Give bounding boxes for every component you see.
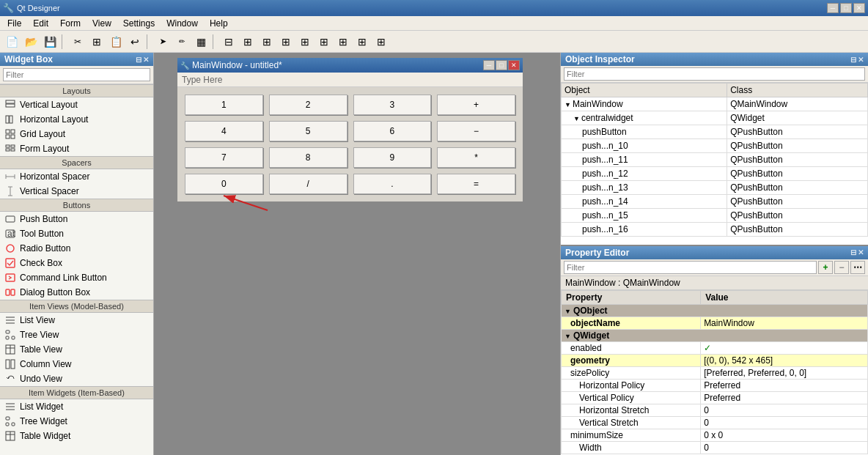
calc-button-[interactable]: = (437, 174, 515, 194)
menu-form[interactable]: Form (54, 17, 87, 30)
form-button5[interactable]: ⊞ (296, 33, 314, 51)
menu-help[interactable]: Help (204, 17, 234, 30)
widget-radio-button[interactable]: Radio Button (0, 241, 153, 256)
prop-remove-button[interactable]: − (834, 261, 849, 274)
open-button[interactable]: 📂 (22, 33, 40, 51)
form-button4[interactable]: ⊞ (277, 33, 295, 51)
widget-horizontal-layout[interactable]: Horizontal Layout (0, 112, 153, 127)
object-inspector-close[interactable]: ✕ (858, 56, 864, 64)
prop-value-cell[interactable]: [(0, 0), 542 x 465] (701, 354, 868, 366)
calc-button-5[interactable]: 5 (269, 121, 347, 141)
prop-row-objectname[interactable]: objectName MainWindow (562, 317, 868, 329)
calc-button-7[interactable]: 7 (185, 147, 263, 168)
inner-menu-placeholder[interactable]: Type Here (177, 73, 523, 87)
form-button2[interactable]: ⊞ (239, 33, 257, 51)
object-filter-input[interactable] (564, 67, 865, 81)
form-button9[interactable]: ⊞ (372, 33, 390, 51)
widget-list-view[interactable]: List View (0, 313, 153, 328)
prop-value-cell[interactable]: Preferred (701, 391, 868, 404)
prop-more-button[interactable]: ⋯ (850, 261, 865, 274)
prop-value-cell[interactable]: 0 (701, 404, 868, 416)
maximize-button[interactable]: □ (840, 3, 852, 13)
property-editor-close[interactable]: ✕ (858, 248, 864, 256)
widget-box-float[interactable]: ⊟ (136, 56, 141, 64)
menu-settings[interactable]: Settings (117, 17, 161, 30)
table-row[interactable]: pushButton QPushButton (562, 125, 868, 139)
canvas-area[interactable]: 🔧 MainWindow - untitled* ─ □ ✕ Type Here… (154, 53, 560, 455)
layout-button[interactable]: ▦ (192, 33, 210, 51)
form-button8[interactable]: ⊞ (353, 33, 371, 51)
select-button[interactable]: ➤ (154, 33, 172, 51)
table-row[interactable]: push...n_11 QPushButton (562, 153, 868, 167)
inner-close-button[interactable]: ✕ (508, 60, 520, 70)
calc-button-4[interactable]: 4 (185, 121, 263, 141)
prop-row-hpolicy[interactable]: Horizontal Policy Preferred (562, 379, 868, 391)
copy-button[interactable]: ⊞ (88, 33, 106, 51)
undo-button[interactable]: ↩ (126, 33, 144, 51)
widget-list-widget[interactable]: List Widget (0, 399, 153, 414)
calc-button-3[interactable]: 3 (353, 95, 432, 115)
save-button[interactable]: 💾 (41, 33, 59, 51)
widget-form-layout[interactable]: Form Layout (0, 141, 153, 156)
close-button[interactable]: ✕ (853, 3, 865, 13)
widget-tree-widget[interactable]: Tree Widget (0, 414, 153, 429)
widget-vertical-layout[interactable]: Vertical Layout (0, 97, 153, 112)
calc-button-[interactable]: / (269, 174, 347, 194)
new-button[interactable]: 📄 (3, 33, 21, 51)
calc-button-0[interactable]: 0 (185, 174, 263, 194)
widget-tool-button[interactable]: ab Tool Button (0, 226, 153, 241)
calc-button-2[interactable]: 2 (269, 95, 347, 115)
prop-value-cell[interactable]: ✓ (701, 341, 868, 354)
calc-button-8[interactable]: 8 (269, 147, 347, 168)
table-row[interactable]: ▼MainWindow QMainWindow (562, 97, 868, 111)
prop-row-width[interactable]: Width 0 (562, 441, 868, 454)
widget-dialog-button-box[interactable]: Dialog Button Box (0, 285, 153, 300)
table-row[interactable]: push...n_10 QPushButton (562, 139, 868, 153)
widget-box-close[interactable]: ✕ (143, 56, 149, 64)
prop-row-vstretch[interactable]: Vertical Stretch 0 (562, 416, 868, 429)
widget-command-link[interactable]: Command Link Button (0, 270, 153, 285)
form-button7[interactable]: ⊞ (334, 33, 352, 51)
prop-add-button[interactable]: + (818, 261, 833, 274)
prop-row-minsize[interactable]: minimumSize 0 x 0 (562, 429, 868, 441)
widget-check-box[interactable]: Check Box (0, 256, 153, 270)
edit-button[interactable]: ✏ (173, 33, 191, 51)
form-button1[interactable]: ⊟ (220, 33, 238, 51)
widget-horizontal-spacer[interactable]: Horizontal Spacer (0, 169, 153, 184)
table-row[interactable]: push...n_14 QPushButton (562, 195, 868, 209)
widget-grid-layout[interactable]: Grid Layout (0, 127, 153, 141)
widget-table-view[interactable]: Table View (0, 342, 153, 357)
widget-undo-view[interactable]: Undo View (0, 371, 153, 386)
table-row[interactable]: push...n_13 QPushButton (562, 181, 868, 195)
object-inspector-float[interactable]: ⊟ (850, 56, 856, 64)
calc-button-[interactable]: * (437, 147, 515, 168)
prop-row-vpolicy[interactable]: Vertical Policy Preferred (562, 391, 868, 404)
prop-value-cell[interactable]: 0 (701, 441, 868, 454)
prop-section-qobject[interactable]: ▼QObject (562, 304, 868, 317)
table-row[interactable]: push...n_15 QPushButton (562, 209, 868, 223)
widget-tree-view[interactable]: Tree View (0, 328, 153, 342)
table-row[interactable]: push...n_16 QPushButton (562, 223, 868, 237)
paste-button[interactable]: 📋 (107, 33, 125, 51)
prop-value-cell[interactable]: [Preferred, Preferred, 0, 0] (701, 366, 868, 379)
prop-value-cell[interactable]: MainWindow (701, 317, 868, 329)
menu-file[interactable]: File (1, 17, 27, 30)
calc-button-[interactable]: − (437, 121, 515, 141)
widget-push-button[interactable]: Push Button (0, 212, 153, 226)
menu-view[interactable]: View (87, 17, 117, 30)
table-row[interactable]: push...n_12 QPushButton (562, 167, 868, 181)
calc-button-6[interactable]: 6 (353, 121, 432, 141)
prop-value-cell[interactable]: 0 (701, 416, 868, 429)
inner-minimize-button[interactable]: ─ (483, 60, 495, 70)
form-button3[interactable]: ⊞ (258, 33, 276, 51)
menu-window[interactable]: Window (161, 17, 204, 30)
prop-row-sizepolicy[interactable]: sizePolicy [Preferred, Preferred, 0, 0] (562, 366, 868, 379)
calc-button-[interactable]: + (437, 95, 515, 115)
prop-value-cell[interactable]: Preferred (701, 379, 868, 391)
prop-row-geometry[interactable]: geometry [(0, 0), 542 x 465] (562, 354, 868, 366)
form-button6[interactable]: ⊞ (315, 33, 333, 51)
property-filter-input[interactable] (564, 261, 817, 274)
widget-column-view[interactable]: Column View (0, 357, 153, 371)
calc-button-[interactable]: . (353, 174, 432, 194)
prop-row-enabled[interactable]: enabled ✓ (562, 341, 868, 354)
